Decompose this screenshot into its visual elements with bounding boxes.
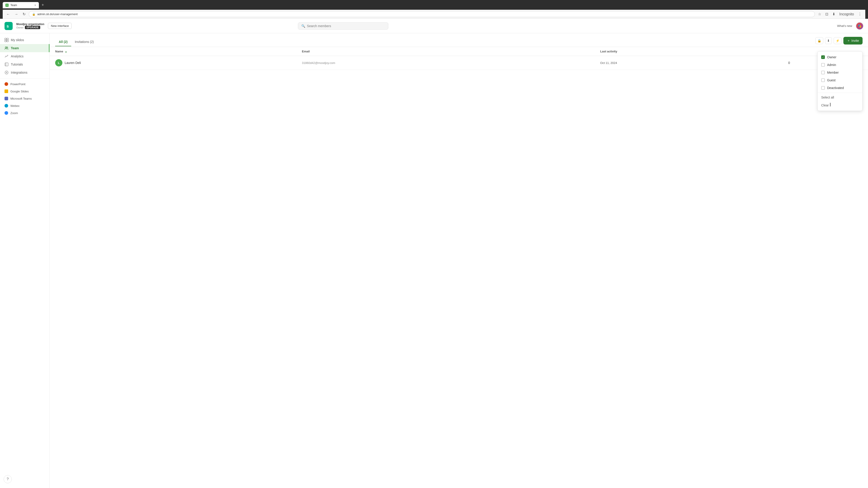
members-table-container: Name ▲ Email Last activity L bbox=[50, 47, 868, 488]
svg-point-7 bbox=[7, 47, 8, 48]
sidebar-item-my-slidos[interactable]: My slidos bbox=[0, 36, 50, 44]
sidebar-label-my-slidos: My slidos bbox=[11, 38, 24, 42]
sort-icon: ▲ bbox=[65, 51, 67, 53]
member-email-cell: 31860d42@moodjoy.com bbox=[297, 56, 595, 70]
browser-tabs: S Team × + bbox=[3, 2, 865, 8]
sidebar-item-integrations[interactable]: Integrations bbox=[0, 68, 50, 76]
new-tab-button[interactable]: + bbox=[40, 2, 46, 8]
svg-point-6 bbox=[5, 47, 6, 48]
svg-rect-2 bbox=[5, 38, 6, 40]
tab-actions: 🔒 ⬇ ⚡ ＋ Invite bbox=[815, 37, 863, 47]
sidebar-item-zoom[interactable]: Zoom bbox=[0, 109, 50, 117]
incognito-button[interactable]: Incognito bbox=[838, 11, 855, 17]
sidebar-item-microsoft-teams[interactable]: Microsoft Teams bbox=[0, 95, 50, 102]
help-button[interactable]: ? bbox=[4, 475, 12, 483]
content-header: All (2) Invitations (2) 🔒 ⬇ ⚡ ＋ Invite bbox=[50, 33, 868, 47]
filter-item-owner[interactable]: ✓ Owner bbox=[817, 53, 862, 61]
svg-rect-5 bbox=[7, 40, 8, 42]
member-email: 31860d42@moodjoy.com bbox=[302, 61, 335, 65]
team-icon bbox=[4, 46, 8, 50]
microsoft-teams-icon bbox=[4, 97, 8, 100]
header-search[interactable]: 🔍 bbox=[298, 22, 388, 30]
sidebar-item-team[interactable]: Team bbox=[0, 44, 50, 52]
member-checkbox[interactable] bbox=[821, 71, 825, 74]
column-name[interactable]: Name ▲ bbox=[50, 47, 297, 56]
column-last-activity: Last activity bbox=[595, 47, 783, 56]
google-slides-icon bbox=[4, 90, 8, 93]
owner-checkbox[interactable]: ✓ bbox=[821, 55, 825, 59]
table-body: L Lauren Deli 31860d42@moodjoy.com Oct 1… bbox=[50, 56, 868, 70]
svg-text:s: s bbox=[6, 24, 9, 29]
browser-nav: ← → ↻ 🔒 admin.sli.do/user-management ☆ ⊡… bbox=[3, 10, 865, 19]
admin-checkbox[interactable] bbox=[821, 63, 825, 67]
zoom-icon bbox=[4, 111, 8, 115]
tab-close-btn[interactable]: × bbox=[34, 3, 36, 7]
header-right: What's new 🎭 bbox=[837, 22, 864, 30]
filter-item-guest[interactable]: Guest bbox=[817, 76, 862, 84]
bookmark-button[interactable]: ☆ bbox=[817, 11, 823, 17]
member-avatar: L bbox=[55, 59, 62, 66]
whats-new-button[interactable]: What's new bbox=[837, 24, 852, 28]
deactivated-checkbox[interactable] bbox=[821, 86, 825, 90]
tab-all[interactable]: All (2) bbox=[55, 38, 71, 46]
filter-item-admin[interactable]: Admin bbox=[817, 61, 862, 69]
back-button[interactable]: ← bbox=[5, 11, 11, 17]
sidebar-item-tutorials[interactable]: Tutorials bbox=[0, 60, 50, 68]
org-role: Owner UPGRADE bbox=[16, 26, 44, 29]
microsoft-teams-label: Microsoft Teams bbox=[10, 97, 32, 100]
column-email: Email bbox=[297, 47, 595, 56]
org-name: Moodjoy organization bbox=[16, 23, 44, 26]
chart-icon bbox=[4, 54, 8, 58]
address-bar[interactable]: 🔒 admin.sli.do/user-management bbox=[29, 11, 815, 17]
extensions-button[interactable]: ⊡ bbox=[824, 11, 830, 17]
upgrade-button[interactable]: UPGRADE bbox=[25, 26, 40, 29]
sidebar-item-analytics[interactable]: Analytics bbox=[0, 52, 50, 60]
download-button[interactable]: ⬇ bbox=[831, 11, 837, 17]
slido-logo-icon: s bbox=[4, 22, 13, 30]
sidebar: My slidos Team bbox=[0, 33, 50, 488]
admin-label: Admin bbox=[827, 63, 836, 67]
members-table: Name ▲ Email Last activity L bbox=[50, 47, 868, 70]
sidebar-label-analytics: Analytics bbox=[11, 55, 24, 58]
filter-item-member[interactable]: Member bbox=[817, 69, 862, 76]
browser-menu-button[interactable]: ⋮ bbox=[857, 11, 863, 17]
search-icon: 🔍 bbox=[301, 24, 305, 28]
app: s Moodjoy organization Owner UPGRADE New… bbox=[0, 19, 868, 488]
app-header: s Moodjoy organization Owner UPGRADE New… bbox=[0, 19, 868, 33]
sidebar-item-google-slides[interactable]: Google Slides bbox=[0, 88, 50, 95]
sidebar-item-webex[interactable]: Webex bbox=[0, 102, 50, 109]
powerpoint-label: PowerPoint bbox=[10, 83, 25, 86]
lock-icon-button[interactable]: 🔒 bbox=[815, 37, 823, 44]
member-label: Member bbox=[827, 71, 839, 74]
tab-invitations[interactable]: Invitations (2) bbox=[71, 38, 97, 46]
reload-button[interactable]: ↻ bbox=[21, 11, 27, 17]
org-info: Moodjoy organization Owner UPGRADE bbox=[16, 23, 44, 29]
search-input[interactable] bbox=[307, 24, 385, 28]
invite-label: Invite bbox=[851, 39, 859, 42]
browser-chrome: S Team × + ← → ↻ 🔒 admin.sli.do/user-man… bbox=[0, 0, 868, 19]
active-tab[interactable]: S Team × bbox=[3, 2, 39, 8]
filter-divider bbox=[817, 93, 862, 93]
filter-item-deactivated[interactable]: Deactivated bbox=[817, 84, 862, 92]
powerpoint-icon bbox=[4, 82, 8, 86]
clear-button[interactable]: Clear bbox=[817, 101, 862, 109]
select-all-button[interactable]: Select all bbox=[817, 94, 862, 101]
member-name: Lauren Deli bbox=[65, 61, 81, 65]
download-icon-button[interactable]: ⬇ bbox=[825, 37, 832, 44]
invite-button[interactable]: ＋ Invite bbox=[843, 37, 863, 44]
tab-favicon: S bbox=[5, 4, 8, 7]
member-name-cell: L Lauren Deli bbox=[50, 56, 297, 70]
sidebar-item-powerpoint[interactable]: PowerPoint bbox=[0, 80, 50, 88]
table-row[interactable]: L Lauren Deli 31860d42@moodjoy.com Oct 1… bbox=[50, 56, 868, 70]
webex-label: Webex bbox=[10, 104, 20, 107]
guest-checkbox[interactable] bbox=[821, 78, 825, 82]
google-slides-label: Google Slides bbox=[10, 90, 29, 93]
table-header: Name ▲ Email Last activity bbox=[50, 47, 868, 56]
new-interface-button[interactable]: New interface bbox=[48, 23, 72, 29]
forward-button[interactable]: → bbox=[13, 11, 20, 17]
tab-bar: All (2) Invitations (2) 🔒 ⬇ ⚡ ＋ Invite bbox=[55, 37, 863, 47]
filter-icon-button[interactable]: ⚡ bbox=[834, 37, 842, 44]
main-layout: My slidos Team bbox=[0, 33, 868, 488]
address-text: admin.sli.do/user-management bbox=[37, 12, 78, 16]
avatar[interactable]: 🎭 bbox=[856, 22, 864, 30]
